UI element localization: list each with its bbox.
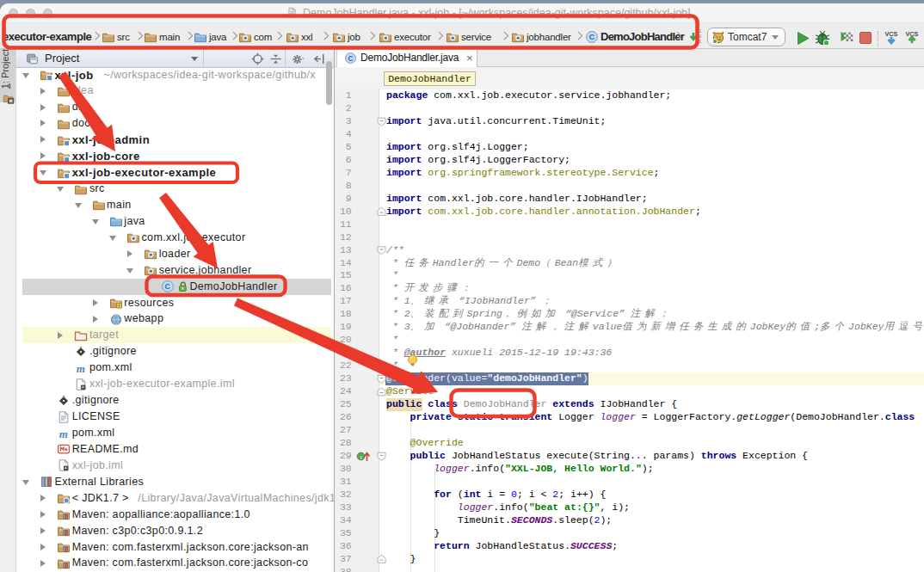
svg-text:m: m	[77, 361, 85, 374]
svg-text:C: C	[165, 282, 171, 291]
svg-text:i: i	[360, 454, 362, 461]
svg-text:m: m	[59, 427, 68, 440]
svg-text:C: C	[589, 33, 595, 41]
